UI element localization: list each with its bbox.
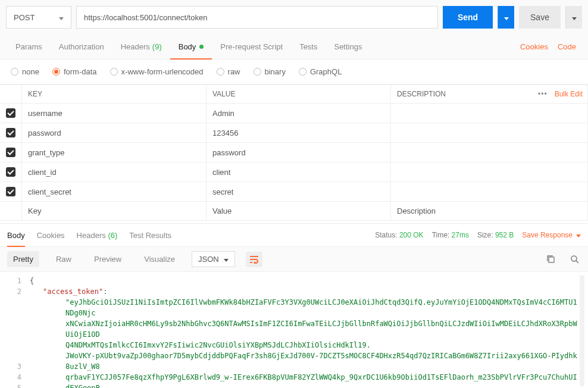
cell-value[interactable]: 123456 xyxy=(207,123,391,143)
table-row[interactable]: username Admin xyxy=(0,104,588,123)
size-value: 952 B xyxy=(495,231,514,239)
cell-value-placeholder[interactable]: Value xyxy=(207,202,391,221)
cell-key-placeholder[interactable]: Key xyxy=(22,202,207,221)
format-select[interactable]: JSON xyxy=(192,251,235,267)
copy-icon[interactable] xyxy=(544,253,557,266)
time-label: Time: xyxy=(432,231,450,239)
col-value: VALUE xyxy=(207,85,391,104)
tab-prerequest[interactable]: Pre-request Script xyxy=(212,35,291,59)
chevron-down-icon xyxy=(576,231,581,239)
response-code: { "access_token": "eyJhbGciOiJSUzI1NiIsI… xyxy=(30,272,588,388)
http-method-value: POST xyxy=(14,13,35,22)
save-dropdown-button[interactable] xyxy=(565,6,582,29)
row-checkbox[interactable] xyxy=(6,128,15,137)
table-row-new[interactable]: Key Value Description xyxy=(0,202,588,221)
tab-headers-count: (9) xyxy=(152,42,162,51)
tab-settings[interactable]: Settings xyxy=(326,35,370,59)
table-row[interactable]: client_id client xyxy=(0,162,588,182)
row-checkbox[interactable] xyxy=(6,187,15,196)
body-type-row: none form-data x-www-form-urlencoded raw… xyxy=(0,60,588,85)
search-icon[interactable] xyxy=(568,253,581,266)
scrollbar[interactable] xyxy=(580,276,584,386)
save-button[interactable]: Save xyxy=(519,6,561,29)
radio-form-data[interactable]: form-data xyxy=(52,67,97,76)
form-data-table: KEY VALUE DESCRIPTION ••• Bulk Edit user… xyxy=(0,85,588,221)
cell-key[interactable]: client_id xyxy=(22,162,207,182)
table-row[interactable]: password 123456 xyxy=(0,123,588,143)
request-tabs: Params Authorization Headers (9) Body Pr… xyxy=(0,35,588,60)
response-bar: Body Cookies Headers (6) Test Results St… xyxy=(0,223,588,247)
col-description: DESCRIPTION ••• Bulk Edit xyxy=(391,85,588,104)
svg-point-1 xyxy=(571,256,577,261)
cookies-link[interactable]: Cookies xyxy=(515,42,553,51)
columns-options-icon[interactable]: ••• xyxy=(538,90,548,98)
response-headers-count: (6) xyxy=(108,231,117,240)
chevron-down-icon xyxy=(59,13,64,22)
size-label: Size: xyxy=(477,231,493,239)
cell-description[interactable] xyxy=(391,182,588,202)
view-preview[interactable]: Preview xyxy=(88,251,127,267)
cell-key[interactable]: grant_type xyxy=(22,143,207,162)
radio-graphql[interactable]: GraphQL xyxy=(299,67,342,76)
tab-tests[interactable]: Tests xyxy=(291,35,326,59)
radio-xwww[interactable]: x-www-form-urlencoded xyxy=(110,67,204,76)
row-checkbox[interactable] xyxy=(6,108,15,118)
status-value: 200 OK xyxy=(399,231,424,239)
view-raw[interactable]: Raw xyxy=(50,251,77,267)
row-checkbox[interactable] xyxy=(6,148,15,157)
tab-authorization[interactable]: Authorization xyxy=(51,35,112,59)
view-pretty[interactable]: Pretty xyxy=(7,251,39,267)
col-key: KEY xyxy=(22,85,207,104)
radio-raw[interactable]: raw xyxy=(217,67,240,76)
cell-key[interactable]: username xyxy=(22,104,207,123)
row-checkbox[interactable] xyxy=(6,167,15,177)
cell-description[interactable] xyxy=(391,162,588,182)
response-tab-testresults[interactable]: Test Results xyxy=(129,224,171,247)
cell-value[interactable]: password xyxy=(207,143,391,162)
cell-value[interactable]: secret xyxy=(207,182,391,202)
cell-description[interactable] xyxy=(391,104,588,123)
cell-description-placeholder[interactable]: Description xyxy=(391,202,588,221)
tab-headers-label: Headers xyxy=(121,42,150,51)
tab-body[interactable]: Body xyxy=(170,35,212,59)
response-tab-cookies[interactable]: Cookies xyxy=(37,224,65,247)
table-row[interactable]: grant_type password xyxy=(0,143,588,162)
code-link[interactable]: Code xyxy=(553,42,581,51)
cell-description[interactable] xyxy=(391,143,588,162)
response-code-area[interactable]: 12 3456 { "access_token": "eyJhbGciOiJSU… xyxy=(0,272,588,388)
tab-headers[interactable]: Headers (9) xyxy=(112,35,170,59)
chevron-down-icon xyxy=(572,12,577,22)
radio-none[interactable]: none xyxy=(11,67,39,76)
cell-value[interactable]: client xyxy=(207,162,391,182)
bulk-edit-link[interactable]: Bulk Edit xyxy=(555,90,583,98)
save-response-link[interactable]: Save Response xyxy=(522,231,581,239)
table-row[interactable]: client_secret secret xyxy=(0,182,588,202)
wrap-lines-icon[interactable] xyxy=(246,252,262,267)
modified-dot-icon xyxy=(199,45,204,49)
cell-key[interactable]: client_secret xyxy=(22,182,207,202)
cell-value[interactable]: Admin xyxy=(207,104,391,123)
svg-rect-0 xyxy=(549,257,554,262)
http-method-select[interactable]: POST xyxy=(6,6,71,29)
response-tab-body[interactable]: Body xyxy=(7,224,25,247)
send-button[interactable]: Send xyxy=(443,6,493,29)
cell-description[interactable] xyxy=(391,123,588,143)
status-label: Status: xyxy=(375,231,397,239)
radio-binary[interactable]: binary xyxy=(254,67,286,76)
tab-body-label: Body xyxy=(179,42,196,51)
time-value: 27ms xyxy=(452,231,469,239)
chevron-down-icon xyxy=(504,12,509,22)
line-gutter: 12 3456 xyxy=(0,272,30,388)
cell-key[interactable]: password xyxy=(22,123,207,143)
send-dropdown-button[interactable] xyxy=(498,6,514,29)
response-tab-headers[interactable]: Headers (6) xyxy=(77,224,118,247)
request-url-input[interactable] xyxy=(76,6,438,29)
view-visualize[interactable]: Visualize xyxy=(138,251,181,267)
tab-params[interactable]: Params xyxy=(7,35,51,59)
response-viewer-toolbar: Pretty Raw Preview Visualize JSON xyxy=(0,247,588,272)
request-bar: POST Send Save xyxy=(0,0,588,35)
chevron-down-icon xyxy=(224,255,229,264)
